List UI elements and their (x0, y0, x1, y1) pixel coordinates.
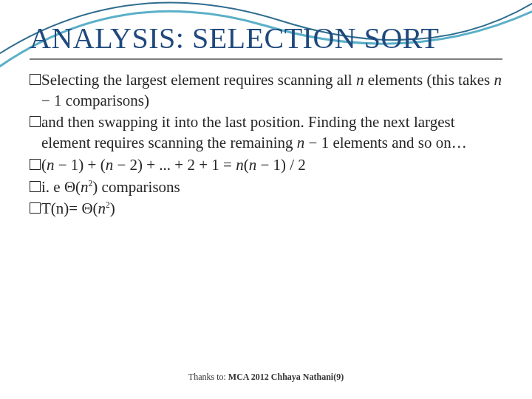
bullet-box-icon (30, 181, 41, 192)
slide-body: Selecting the largest element requires s… (30, 70, 502, 219)
bullet-text: Selecting the largest element requires s… (41, 70, 502, 111)
bullet-box-icon (30, 74, 41, 85)
bullet-box-icon (30, 116, 41, 127)
bullet-item: (n − 1) + (n − 2) + ... + 2 + 1 = n(n − … (30, 155, 502, 176)
slide-content: ANALYSIS: SELECTION SORT Selecting the l… (0, 0, 532, 219)
footer-prefix: Thanks to: (188, 372, 228, 382)
bullet-text: T(n)= Θ(n2) (41, 199, 502, 219)
bullet-text: (n − 1) + (n − 2) + ... + 2 + 1 = n(n − … (41, 155, 502, 176)
title-underline (30, 58, 502, 60)
bullet-text: and then swapping it into the last posit… (41, 112, 502, 153)
slide-footer: Thanks to: MCA 2012 Chhaya Nathani(9) (0, 372, 532, 383)
slide-title: ANALYSIS: SELECTION SORT (30, 21, 502, 55)
bullet-item: i. e Θ(n2) comparisons (30, 177, 502, 198)
bullet-item: Selecting the largest element requires s… (30, 70, 502, 111)
bullet-item: and then swapping it into the last posit… (30, 112, 502, 153)
bullet-box-icon (30, 159, 41, 170)
bullet-box-icon (30, 202, 41, 214)
bullet-item: T(n)= Θ(n2) (30, 199, 502, 219)
footer-credit: MCA 2012 Chhaya Nathani(9) (228, 372, 344, 382)
bullet-text: i. e Θ(n2) comparisons (41, 177, 502, 198)
